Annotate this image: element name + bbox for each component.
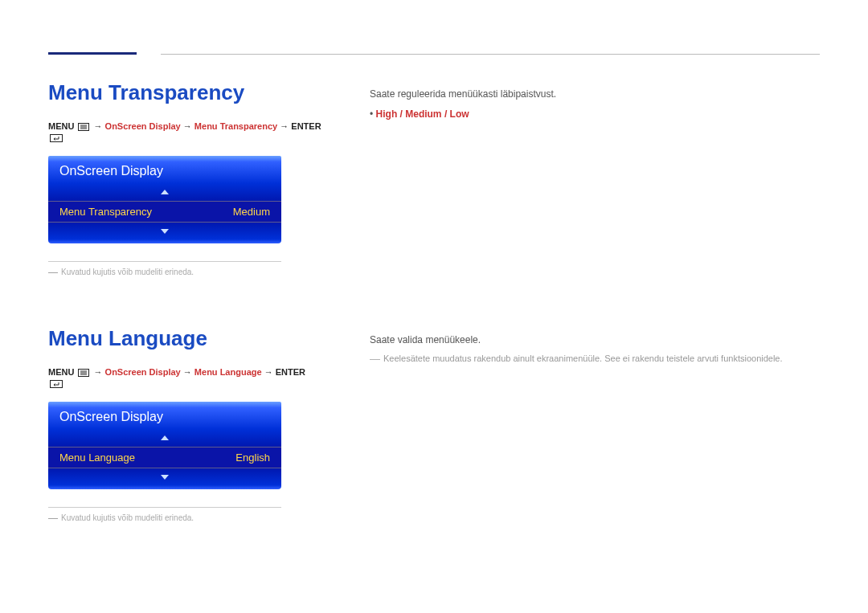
menu-icon — [78, 369, 89, 378]
breadcrumb-enter: ENTER — [291, 121, 321, 131]
section-title: Menu Language — [48, 326, 321, 351]
osd-arrow-down[interactable] — [48, 223, 281, 243]
enter-icon — [50, 134, 63, 144]
osd-arrow-down[interactable] — [48, 468, 281, 489]
description-text: Saate valida menüükeele. — [370, 333, 820, 348]
osd-item-label: Menu Language — [59, 452, 135, 464]
options-bullet: High / Medium / Low — [370, 107, 820, 122]
svg-rect-4 — [51, 135, 63, 142]
breadcrumb-enter: ENTER — [276, 367, 305, 377]
breadcrumb-path-1: OnScreen Display — [105, 121, 181, 131]
remark-text: ―Keelesätete muudatus rakendub ainult ek… — [370, 351, 820, 368]
note-divider — [48, 261, 281, 262]
osd-selected-item[interactable]: Menu Language English — [48, 447, 281, 468]
breadcrumb: MENU → OnScreen Display → Menu Transpare… — [48, 121, 321, 144]
breadcrumb-path-2: Menu Transparency — [194, 121, 277, 131]
description-text: Saate reguleerida menüükasti läbipaistvu… — [370, 87, 820, 102]
section-menu-transparency: Menu Transparency MENU → OnScreen Displa… — [48, 80, 820, 278]
breadcrumb-path-2: Menu Language — [194, 367, 262, 377]
osd-arrow-up[interactable] — [48, 429, 281, 447]
osd-selected-item[interactable]: Menu Transparency Medium — [48, 201, 281, 223]
section-title: Menu Transparency — [48, 80, 321, 105]
breadcrumb-menu: MENU — [48, 121, 74, 131]
menu-icon — [78, 123, 89, 133]
section-menu-language: Menu Language MENU → OnScreen Display → … — [48, 326, 820, 524]
osd-item-value: Medium — [233, 206, 270, 218]
osd-header: OnScreen Display — [48, 402, 281, 429]
breadcrumb-menu: MENU — [48, 367, 74, 377]
note-divider — [48, 507, 281, 508]
osd-preview-language: OnScreen Display Menu Language English — [48, 402, 281, 489]
options-list: High / Medium / Low — [376, 108, 469, 120]
osd-header: OnScreen Display — [48, 156, 281, 183]
enter-icon — [50, 380, 63, 390]
osd-preview-transparency: OnScreen Display Menu Transparency Mediu… — [48, 156, 281, 243]
note-text: ―Kuvatud kujutis võib mudeliti erineda. — [48, 267, 321, 278]
osd-item-label: Menu Transparency — [59, 206, 152, 218]
note-content: Kuvatud kujutis võib mudeliti erineda. — [61, 268, 194, 276]
note-content: Kuvatud kujutis võib mudeliti erineda. — [61, 513, 194, 522]
note-text: ―Kuvatud kujutis võib mudeliti erineda. — [48, 513, 321, 524]
svg-rect-9 — [51, 381, 63, 388]
osd-item-value: English — [235, 452, 270, 464]
breadcrumb: MENU → OnScreen Display → Menu Language … — [48, 367, 321, 390]
osd-arrow-up[interactable] — [48, 183, 281, 201]
remark-content: Keelesätete muudatus rakendub ainult ekr… — [383, 353, 783, 363]
breadcrumb-path-1: OnScreen Display — [105, 367, 181, 377]
